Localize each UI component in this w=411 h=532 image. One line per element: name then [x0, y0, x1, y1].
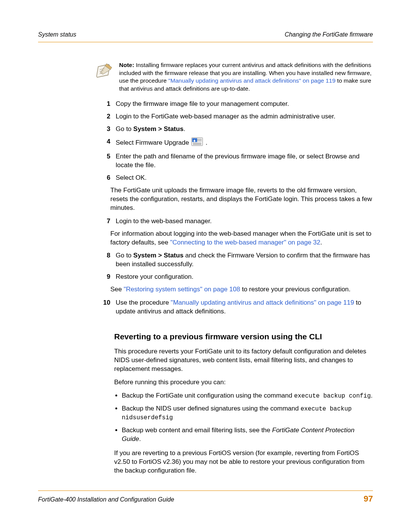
page-number: 97 [364, 493, 373, 505]
footer-left: FortiGate-400 Installation and Configura… [38, 495, 174, 504]
step-9-extra-after: to restore your previous configuration. [240, 286, 350, 293]
step-5: 5 Enter the path and filename of the pre… [95, 152, 373, 170]
step-9-extra-before: See [110, 286, 124, 293]
svg-rect-5 [194, 141, 195, 142]
step-8-before: Go to [116, 252, 133, 259]
note-text: Note: Installing firmware replaces your … [119, 61, 373, 93]
bullet-1-cmd: execute backup config [294, 393, 371, 399]
step-7: 7 Login to the web-based manager. [95, 217, 373, 226]
section-paragraph-2: Before running this procedure you can: [114, 378, 373, 387]
section-paragraph-3: If you are reverting to a previous Forti… [114, 449, 373, 475]
step-8-path: System > Status [133, 252, 183, 259]
ordered-steps-cont: 7 Login to the web-based manager. [95, 217, 373, 226]
bullet-3-after: . [139, 435, 141, 443]
step-number: 6 [95, 174, 116, 182]
header-rule [38, 42, 373, 42]
step-body: Copy the firmware image file to your man… [116, 100, 373, 109]
step-body: Go to System > Status. [116, 125, 373, 134]
step-number: 3 [95, 125, 116, 134]
step-9-extra: See "Restoring system settings" on page … [110, 285, 373, 294]
footer: FortiGate-400 Installation and Configura… [38, 493, 373, 505]
step-body: Go to System > Status and check the Firm… [116, 251, 373, 269]
step-7-extra-after: . [320, 239, 322, 246]
step-6-extra: The FortiGate unit uploads the firmware … [110, 186, 373, 212]
firmware-upgrade-icon [191, 137, 203, 149]
step-6: 6 Select OK. [95, 174, 373, 182]
step-body: Select Firmware Upgrade . [116, 137, 373, 149]
ordered-steps: 1 Copy the firmware image file to your m… [95, 100, 373, 182]
bullet-2-before: Backup the NIDS user defined signatures … [122, 405, 301, 412]
step-number: 9 [95, 273, 116, 281]
note-link[interactable]: "Manually updating antivirus and attack … [168, 77, 335, 84]
svg-rect-6 [197, 139, 202, 140]
step-2: 2 Login to the FortiGate web-based manag… [95, 112, 373, 121]
header-right: Changing the FortiGate firmware [285, 30, 373, 39]
bullet-3-before: Backup web content and email filtering l… [122, 427, 272, 434]
step-number: 2 [95, 112, 116, 121]
ordered-steps-cont3: 10 Use the procedure "Manually updating … [95, 299, 373, 316]
step-goto-path: System > Status [133, 125, 183, 133]
step-number: 1 [95, 100, 116, 109]
ordered-steps-cont2: 8 Go to System > Status and check the Fi… [95, 251, 373, 281]
step-10: 10 Use the procedure "Manually updating … [95, 299, 373, 316]
step-body: Enter the path and filename of the previ… [116, 152, 373, 170]
step-number: 5 [95, 152, 116, 170]
header-left: System status [38, 30, 76, 39]
step-9-link[interactable]: "Restoring system settings" on page 108 [124, 286, 240, 293]
running-header: System status Changing the FortiGate fir… [38, 30, 373, 39]
step-text-before: Select Firmware Upgrade [116, 139, 191, 146]
step-4: 4 Select Firmware Upgrade . [95, 137, 373, 149]
step-9: 9 Restore your configuration. [95, 273, 373, 281]
svg-rect-8 [193, 143, 201, 144]
note-label: Note: [119, 62, 134, 68]
step-number: 10 [95, 299, 116, 316]
list-item: Backup the FortiGate unit configuration … [122, 391, 373, 401]
step-10-link[interactable]: "Manually updating antivirus and attack … [171, 299, 354, 306]
section-paragraph-1: This procedure reverts your FortiGate un… [114, 347, 373, 374]
step-goto-prefix: Go to [116, 125, 133, 133]
step-number: 7 [95, 217, 116, 226]
step-7-link[interactable]: "Connecting to the web-based manager" on… [170, 239, 320, 246]
step-text-after: . [206, 139, 207, 146]
step-body: Login to the FortiGate web-based manager… [116, 112, 373, 121]
bullet-1-before: Backup the FortiGate unit configuration … [122, 392, 294, 399]
step-goto-suffix: . [183, 125, 185, 133]
bullet-1-after: . [371, 392, 373, 399]
step-1: 1 Copy the firmware image file to your m… [95, 100, 373, 109]
bullet-list: Backup the FortiGate unit configuration … [114, 391, 373, 444]
note-icon [95, 61, 116, 82]
step-body: Use the procedure "Manually updating ant… [116, 299, 373, 316]
list-item: Backup web content and email filtering l… [122, 426, 373, 444]
list-item: Backup the NIDS user defined signatures … [122, 404, 373, 422]
step-body: Select OK. [116, 174, 373, 182]
step-8: 8 Go to System > Status and check the Fi… [95, 251, 373, 269]
step-number: 4 [95, 137, 116, 149]
step-7-extra: For information about logging into the w… [110, 230, 373, 247]
step-10-before: Use the procedure [116, 299, 171, 306]
footer-rule [38, 490, 373, 491]
step-body: Restore your configuration. [116, 273, 373, 281]
section-title: Reverting to a previous firmware version… [114, 331, 373, 342]
note-block: Note: Installing firmware replaces your … [95, 61, 373, 93]
svg-rect-7 [197, 141, 202, 141]
step-3: 3 Go to System > Status. [95, 125, 373, 134]
document-page: System status Changing the FortiGate fir… [0, 0, 411, 532]
svg-rect-9 [193, 144, 201, 145]
step-body: Login to the web-based manager. [116, 217, 373, 226]
step-number: 8 [95, 251, 116, 269]
